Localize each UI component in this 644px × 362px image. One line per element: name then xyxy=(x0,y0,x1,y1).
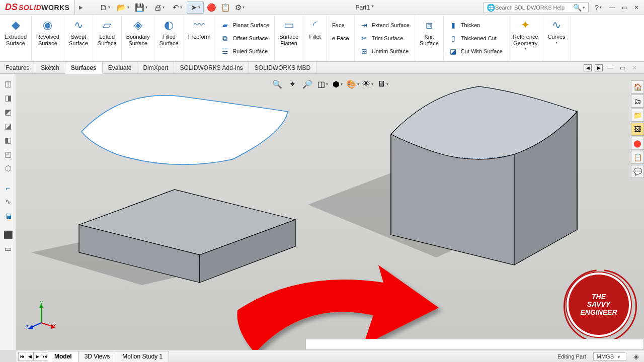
title-bar: DS SOLIDWORKS ▶ 🗋 📂 💾 🖨 ↶ ➤ 🔴 📋 ⚙ Part1 … xyxy=(0,0,644,15)
sketch-spline-icon[interactable]: ∿ xyxy=(0,195,16,209)
revolved-surface-icon: ◉ xyxy=(41,18,55,32)
tab-mbd[interactable]: SOLIDWORKS MBD xyxy=(249,62,316,73)
rebuild-button[interactable]: 🔴 xyxy=(205,2,218,14)
boundary-surface-button[interactable]: ◈Boundary Surface xyxy=(122,15,155,61)
ruled-surface-button[interactable]: ☱Ruled Surface xyxy=(218,45,271,58)
fillet-button[interactable]: ◜Fillet xyxy=(303,15,327,61)
thickened-cut-button[interactable]: ▯Thickened Cut xyxy=(447,32,505,45)
minimize-button[interactable]: ― xyxy=(608,3,617,12)
tab-dimxpert[interactable]: DimXpert xyxy=(137,62,174,73)
open-button[interactable]: 📂 xyxy=(114,2,131,14)
save-button[interactable]: 💾 xyxy=(132,2,149,14)
app-logo: DS SOLIDWORKS xyxy=(0,0,75,15)
dimxpert-mgr-icon[interactable]: ◪ xyxy=(0,119,16,133)
child-minimize-button[interactable]: ― xyxy=(606,63,615,72)
planar-surface-button[interactable]: ▰Planar Surface xyxy=(218,19,271,32)
display-state-icon[interactable]: 🖥 xyxy=(0,209,16,223)
taskpane-view-palette-icon[interactable]: 🖼 xyxy=(631,123,644,136)
tab-prev-icon[interactable]: ◀ xyxy=(26,352,34,361)
quick-access-toolbar: 🗋 📂 💾 🖨 ↶ ➤ 🔴 📋 ⚙ xyxy=(87,2,246,14)
display-mgr-icon[interactable]: ◧ xyxy=(0,133,16,147)
revolved-surface-button[interactable]: ◉Revolved Surface xyxy=(32,15,64,61)
taskpane-library-icon[interactable]: 🗂 xyxy=(631,95,644,108)
select-button[interactable]: ➤ xyxy=(187,2,204,14)
sheet-icon[interactable]: ▭ xyxy=(0,242,16,256)
delete-face-button[interactable]: e Face xyxy=(330,32,351,45)
unknown-mgr-icon[interactable]: ⬡ xyxy=(0,161,16,175)
face-button[interactable]: Face xyxy=(330,19,351,32)
bottom-tab-3d-views[interactable]: 3D Views xyxy=(78,351,116,362)
help-search[interactable]: 🌐 🔍 ▾ xyxy=(483,2,589,13)
restore-button[interactable]: ▭ xyxy=(620,3,629,12)
box-icon[interactable]: ⬛ xyxy=(0,228,16,242)
extruded-surface-icon: ◆ xyxy=(9,18,23,32)
child-close-button[interactable]: ✕ xyxy=(630,63,639,72)
extend-surface-button[interactable]: ⇥Extend Surface xyxy=(358,19,412,32)
tab-features[interactable]: Features xyxy=(0,62,35,73)
extend-surface-icon: ⇥ xyxy=(360,21,369,30)
bottom-tab-model[interactable]: Model xyxy=(48,351,78,362)
triad-x-label: x xyxy=(53,323,56,328)
tab-sketch[interactable]: Sketch xyxy=(35,62,65,73)
taskpane-appearances-icon[interactable]: ⬤ xyxy=(631,137,644,150)
surface-flatten-icon: ▭ xyxy=(282,18,296,32)
badge-line2: SAVVY xyxy=(587,301,610,308)
tab-addins[interactable]: SOLIDWORKS Add-Ins xyxy=(174,62,249,73)
command-tabs: Features Sketch Surfaces Evaluate DimXpe… xyxy=(0,62,644,74)
tab-first-icon[interactable]: ⏮ xyxy=(18,352,26,361)
search-icon[interactable]: 🔍 xyxy=(573,4,582,12)
surface-flatten-button[interactable]: ▭Surface Flatten xyxy=(275,15,303,61)
swept-surface-button[interactable]: ∿Swept Surface xyxy=(64,15,93,61)
print-button[interactable]: 🖨 xyxy=(150,2,168,14)
close-button[interactable]: ✕ xyxy=(632,3,641,12)
settings-button[interactable]: ⚙ xyxy=(233,2,246,14)
tab-surfaces[interactable]: Surfaces xyxy=(65,62,103,74)
panel-collapse-left-button[interactable]: ◀ xyxy=(584,64,592,71)
lofted-surface-icon: ▱ xyxy=(100,18,114,32)
cut-with-surface-button[interactable]: ◪Cut With Surface xyxy=(447,45,505,58)
feature-tree-icon[interactable]: ◫ xyxy=(0,77,16,91)
trim-surface-icon: ✂ xyxy=(360,34,369,43)
menu-expand-icon[interactable]: ▶ xyxy=(75,5,87,10)
undo-button[interactable]: ↶ xyxy=(169,2,186,14)
child-restore-button[interactable]: ▭ xyxy=(618,63,627,72)
extruded-surface-button[interactable]: ◆Extruded Surface xyxy=(0,15,32,61)
search-input[interactable] xyxy=(495,5,573,11)
document-title: Part1 * xyxy=(246,4,483,11)
sketch-line-icon[interactable]: ⌐ xyxy=(0,180,16,195)
cut-with-surface-icon: ◪ xyxy=(449,47,458,56)
new-button[interactable]: 🗋 xyxy=(96,2,113,14)
taskpane-home-icon[interactable]: 🏠 xyxy=(631,80,644,94)
tab-next-icon[interactable]: ▶ xyxy=(33,352,41,361)
filled-surface-button[interactable]: ◐Filled Surface xyxy=(155,15,184,61)
knit-surface-button[interactable]: ⧈Knit Surface xyxy=(415,15,444,61)
panel-collapse-right-button[interactable]: ▶ xyxy=(595,64,603,71)
taskpane-file-explorer-icon[interactable]: 📁 xyxy=(631,109,644,122)
orientation-triad[interactable]: y x z xyxy=(26,302,56,332)
config-mgr-icon[interactable]: ◩ xyxy=(0,105,16,119)
property-mgr-icon[interactable]: ◨ xyxy=(0,91,16,105)
bottom-tab-bar: ⏮ ◀ ▶ ⏭ Model 3D Views Motion Study 1 Ed… xyxy=(16,350,644,362)
curves-button[interactable]: ∿Curves▾ xyxy=(543,15,571,61)
taskpane-custom-props-icon[interactable]: 📋 xyxy=(631,151,644,164)
lofted-surface-button[interactable]: ▱Lofted Surface xyxy=(93,15,122,61)
help-button[interactable]: ? xyxy=(592,2,605,14)
options-list-button[interactable]: 📋 xyxy=(219,2,232,14)
graphics-viewport[interactable]: 🔍 ⌖ 🔎 ◫ ⬢ 🎨 👁 🖥 xyxy=(16,74,644,350)
search-dropdown-icon[interactable]: ▾ xyxy=(583,5,585,10)
reference-geometry-button[interactable]: ✦Reference Geometry▾ xyxy=(508,15,543,61)
tab-evaluate[interactable]: Evaluate xyxy=(103,62,138,73)
bottom-tab-motion-study[interactable]: Motion Study 1 xyxy=(116,351,169,362)
thicken-button[interactable]: ▮Thicken xyxy=(447,19,505,32)
badge-line1: THE xyxy=(592,293,606,301)
cam-mgr-icon[interactable]: ◰ xyxy=(0,147,16,161)
trim-surface-button[interactable]: ✂Trim Surface xyxy=(358,32,412,45)
taskpane-forum-icon[interactable]: 💬 xyxy=(631,165,644,178)
freeform-button[interactable]: 〰Freeform xyxy=(184,15,216,61)
ruled-surface-icon: ☱ xyxy=(220,47,229,56)
units-selector[interactable]: MMGS xyxy=(593,352,626,360)
untrim-surface-button[interactable]: ⊞Untrim Surface xyxy=(358,45,412,58)
offset-surface-button[interactable]: ⧉Offset Surface xyxy=(218,32,271,45)
command-input-bar[interactable] xyxy=(305,339,644,350)
status-info-icon[interactable]: ◈ xyxy=(633,352,639,360)
